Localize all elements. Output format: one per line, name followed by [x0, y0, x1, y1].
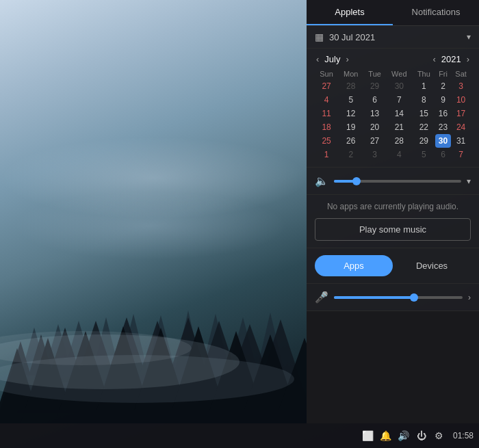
audio-section: No apps are currently playing audio. Pla… — [307, 195, 479, 248]
no-audio-message: No apps are currently playing audio. — [315, 202, 471, 211]
calendar-day[interactable]: 18 — [315, 120, 338, 134]
weekday-header: Mon — [338, 68, 363, 79]
mic-thumb[interactable] — [410, 293, 418, 302]
calendar-widget: ‹ July › ‹ 2021 › SunMonTueWedThuFriSat … — [307, 49, 479, 168]
mic-control: 🎤 › — [307, 284, 479, 311]
weekday-header: Fri — [435, 68, 451, 79]
calendar-day[interactable]: 2 — [435, 79, 451, 93]
taskbar-time: 01:58 — [453, 431, 474, 440]
mist-overlay-2 — [14, 192, 287, 260]
calendar-day[interactable]: 29 — [363, 79, 385, 93]
calendar-day[interactable]: 31 — [451, 134, 471, 148]
calendar-day[interactable]: 2 — [338, 148, 363, 161]
notification-taskbar-icon[interactable]: 🔔 — [379, 429, 393, 443]
mic-slider[interactable] — [334, 296, 463, 299]
calendar-day[interactable]: 11 — [315, 107, 338, 120]
calendar-day[interactable]: 5 — [338, 93, 363, 107]
devices-toggle-button[interactable]: Devices — [393, 255, 471, 276]
calendar-day[interactable]: 4 — [315, 93, 338, 107]
calendar-day[interactable]: 28 — [338, 79, 363, 93]
apps-toggle-button[interactable]: Apps — [315, 255, 393, 276]
calendar-day[interactable]: 6 — [363, 93, 385, 107]
calendar-day[interactable]: 7 — [451, 148, 471, 161]
date-chevron-icon: ▾ — [467, 32, 471, 42]
calendar-day[interactable]: 30 — [435, 134, 451, 148]
calendar-day[interactable]: 8 — [413, 93, 435, 107]
volume-control: 🔈 ▾ — [307, 168, 479, 195]
weekday-header: Sun — [315, 68, 338, 79]
calendar-day[interactable]: 22 — [413, 120, 435, 134]
date-header-text: 30 Jul 2021 — [329, 32, 467, 42]
calendar-day[interactable]: 27 — [363, 134, 385, 148]
calendar-day[interactable]: 29 — [413, 134, 435, 148]
mic-icon: 🎤 — [315, 291, 328, 304]
calendar-day[interactable]: 7 — [386, 93, 413, 107]
calendar-day[interactable]: 6 — [435, 148, 451, 161]
prev-month-arrow[interactable]: ‹ — [315, 54, 320, 64]
year-label: 2021 — [441, 54, 461, 64]
calendar-day[interactable]: 5 — [413, 148, 435, 161]
next-month-arrow[interactable]: › — [344, 54, 350, 64]
calendar-day[interactable]: 3 — [363, 148, 385, 161]
prev-year-arrow[interactable]: ‹ — [431, 54, 437, 64]
calendar-day[interactable]: 28 — [386, 134, 413, 148]
calendar-day[interactable]: 13 — [363, 107, 385, 120]
calendar-day[interactable]: 25 — [315, 134, 338, 148]
calendar-icon: ▦ — [315, 31, 324, 42]
svg-rect-29 — [0, 410, 315, 423]
calendar-day[interactable]: 1 — [315, 148, 338, 161]
calendar-day[interactable]: 10 — [451, 93, 471, 107]
power-taskbar-icon[interactable]: ⏻ — [415, 429, 428, 443]
weekday-header: Thu — [413, 68, 435, 79]
calendar-day[interactable]: 14 — [386, 107, 413, 120]
mic-chevron-icon[interactable]: › — [468, 293, 471, 302]
tab-applets[interactable]: Applets — [307, 0, 393, 25]
screen-taskbar-icon[interactable]: ⬜ — [361, 429, 375, 443]
apps-devices-toggle: Apps Devices — [307, 248, 479, 284]
calendar-day[interactable]: 21 — [386, 120, 413, 134]
calendar-day[interactable]: 23 — [435, 120, 451, 134]
calendar-day[interactable]: 4 — [386, 148, 413, 161]
next-year-arrow[interactable]: › — [465, 54, 471, 64]
weekday-header: Tue — [363, 68, 385, 79]
panel-tabs: Applets Notifications — [307, 0, 479, 26]
calendar-day[interactable]: 20 — [363, 120, 385, 134]
taskbar: ⬜ 🔔 🔊 ⏻ ⚙ 01:58 — [0, 423, 479, 448]
calendar-day[interactable]: 3 — [451, 79, 471, 93]
calendar-day[interactable]: 19 — [338, 120, 363, 134]
volume-chevron-icon[interactable]: ▾ — [467, 176, 471, 186]
volume-slider[interactable] — [334, 180, 461, 183]
volume-icon: 🔈 — [315, 174, 328, 187]
calendar-day[interactable]: 30 — [386, 79, 413, 93]
volume-thumb[interactable] — [352, 177, 361, 185]
mic-fill — [334, 296, 414, 299]
weekday-header: Wed — [386, 68, 413, 79]
calendar-day[interactable]: 9 — [435, 93, 451, 107]
calendar-day[interactable]: 15 — [413, 107, 435, 120]
panel-empty-area — [307, 311, 479, 423]
calendar-day[interactable]: 16 — [435, 107, 451, 120]
calendar-day[interactable]: 1 — [413, 79, 435, 93]
calendar-day[interactable]: 26 — [338, 134, 363, 148]
tab-notifications[interactable]: Notifications — [393, 0, 479, 25]
play-music-button[interactable]: Play some music — [315, 218, 471, 241]
settings-taskbar-icon[interactable]: ⚙ — [432, 429, 446, 443]
system-panel: Applets Notifications ▦ 30 Jul 2021 ▾ ‹ … — [307, 0, 479, 423]
year-nav: ‹ 2021 › — [431, 54, 471, 64]
date-header[interactable]: ▦ 30 Jul 2021 ▾ — [307, 26, 479, 49]
calendar-day[interactable]: 27 — [315, 79, 338, 93]
weekday-header: Sat — [451, 68, 471, 79]
volume-taskbar-icon[interactable]: 🔊 — [397, 429, 411, 443]
calendar-day[interactable]: 12 — [338, 107, 363, 120]
month-label: July — [324, 54, 340, 64]
month-nav: ‹ July › — [315, 54, 350, 64]
calendar-grid: SunMonTueWedThuFriSat 272829301234567891… — [315, 68, 471, 161]
calendar-nav: ‹ July › ‹ 2021 › — [315, 54, 471, 64]
calendar-day[interactable]: 17 — [451, 107, 471, 120]
calendar-day[interactable]: 24 — [451, 120, 471, 134]
